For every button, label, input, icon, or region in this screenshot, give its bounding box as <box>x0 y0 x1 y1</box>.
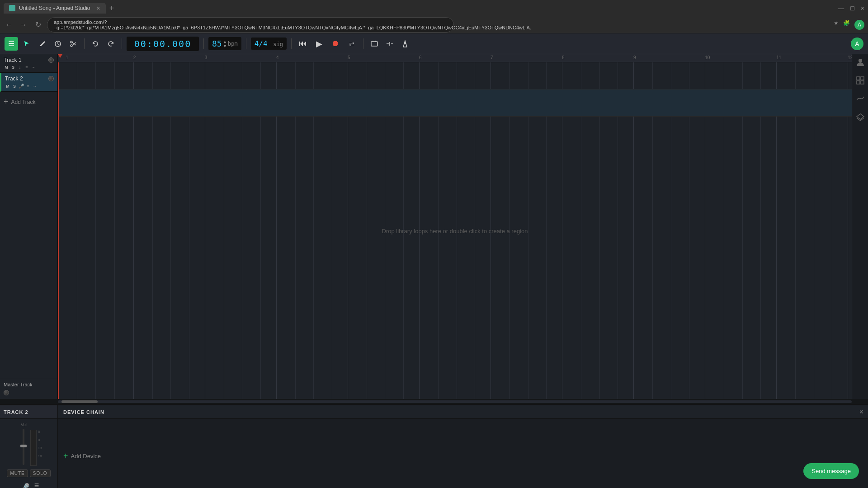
address-bar-row: ← → ↻ app.ampedstudio.com/?_gl=1*zkt20c*… <box>0 16 868 33</box>
clock-tool-btn[interactable] <box>52 38 64 50</box>
track-1-knob-row: Track 1 <box>4 57 54 63</box>
pencil-tool-btn[interactable] <box>36 38 49 50</box>
bottom-content: Vol 8 8 13 18 <box>0 419 868 488</box>
track-1-automation-btn[interactable]: ~ <box>31 65 36 70</box>
minimize-btn[interactable]: — <box>838 5 844 12</box>
volume-fader[interactable]: Vol <box>21 422 27 465</box>
send-message-btn[interactable]: Send message <box>803 463 859 479</box>
master-volume-knob[interactable] <box>4 390 9 395</box>
track-2-mic-btn[interactable]: 🎤 <box>19 84 24 89</box>
track-1-mute-btn[interactable]: M <box>4 65 9 70</box>
bottom-mute-btn[interactable]: MUTE <box>7 469 28 477</box>
record-btn[interactable]: ⏺ <box>329 37 342 51</box>
add-device-btn[interactable]: + Add Device <box>63 451 101 461</box>
sidebar-layers-icon[interactable] <box>856 112 865 123</box>
track-1-volume-knob[interactable] <box>48 57 54 63</box>
sidebar-person-icon[interactable] <box>856 58 865 69</box>
track-1-item[interactable]: Track 1 M S ↓ ≡ ~ <box>0 54 57 73</box>
toolbar-separator-5 <box>291 38 292 49</box>
bottom-mic-btn[interactable]: 🎤 <box>19 483 30 488</box>
sidebar-grid-icon[interactable] <box>856 76 865 87</box>
track-2-eq-btn[interactable]: ≡ <box>25 84 31 89</box>
track-1-row[interactable] <box>58 62 852 89</box>
horizontal-scrollbar-thumb[interactable] <box>61 400 98 403</box>
browser-tab[interactable]: Untitled Song - Amped Studio × <box>4 3 106 14</box>
maximize-btn[interactable]: □ <box>850 5 854 12</box>
bpm-arrows[interactable]: ▲▼ <box>224 39 226 48</box>
forward-btn[interactable]: → <box>18 21 29 29</box>
time-signature-display[interactable]: 4/4 sig <box>251 38 287 50</box>
sidebar-eq-icon[interactable] <box>856 94 865 105</box>
track-2-solo-btn[interactable]: S <box>12 84 17 89</box>
add-device-label: Add Device <box>71 453 101 460</box>
undo-btn[interactable] <box>89 38 102 50</box>
metronome-btn[interactable] <box>399 38 411 50</box>
punch-out-btn[interactable] <box>383 38 396 50</box>
fader-track[interactable] <box>23 429 24 465</box>
close-panel-btn[interactable]: × <box>859 408 863 416</box>
main-toolbar: ☰ 00:00.000 85 ▲▼ bpm 4/4 sig ⏮ ▶ ⏺ ⇄ <box>0 33 868 54</box>
ruler-mark-7: 7 <box>491 55 493 60</box>
bpm-display[interactable]: 85 ▲▼ bpm <box>208 37 241 50</box>
grid-area[interactable]: Drop library loops here or double click … <box>58 62 852 399</box>
select-tool-btn[interactable] <box>21 38 33 50</box>
bottom-solo-btn[interactable]: SOLO <box>30 469 51 477</box>
ruler-mark-2: 2 <box>133 55 136 60</box>
ruler-mark-4: 4 <box>276 55 279 60</box>
ruler-mark-1: 1 <box>66 55 69 60</box>
svg-rect-9 <box>861 81 864 84</box>
redo-btn[interactable] <box>104 38 117 50</box>
device-chain-area[interactable]: + Add Device <box>58 419 868 488</box>
address-bar[interactable]: app.ampedstudio.com/?_gl=1*zkt20c*_ga*MT… <box>47 17 454 33</box>
track-1-solo-btn[interactable]: S <box>10 65 16 70</box>
ruler-mark-10: 10 <box>705 55 710 60</box>
timeline-ruler: 1 2 3 4 5 6 7 8 9 10 11 12 <box>58 54 852 62</box>
skip-back-btn[interactable]: ⏮ <box>296 37 310 51</box>
tab-close-btn[interactable]: × <box>96 5 100 12</box>
meter-labels: 8 8 13 18 <box>38 430 42 458</box>
track-1-input-btn[interactable]: ↓ <box>17 65 23 70</box>
track-2-controls: M S 🎤 ≡ ~ <box>5 84 54 89</box>
bottom-eq-btn[interactable]: ≡ <box>34 481 39 488</box>
new-tab-btn[interactable]: + <box>109 4 114 13</box>
track-2-knob-row: Track 2 <box>5 75 54 82</box>
scissors-tool-btn[interactable] <box>67 38 80 50</box>
track-2-row[interactable] <box>58 89 852 117</box>
add-track-icon: + <box>4 97 9 107</box>
bookmark-icon[interactable]: ★ <box>834 20 839 30</box>
bottom-mic-eq-row: 🎤 ≡ <box>19 480 39 488</box>
horizontal-scrollbar-track[interactable] <box>58 400 852 403</box>
close-btn[interactable]: × <box>861 5 864 12</box>
add-track-btn[interactable]: + Add Track <box>0 92 57 112</box>
svg-rect-8 <box>857 81 860 84</box>
track-2-item[interactable]: Track 2 M S 🎤 ≡ ~ <box>0 73 57 92</box>
signature-value: 4/4 <box>255 39 268 48</box>
track-2-volume-knob[interactable] <box>48 76 54 81</box>
playhead-line <box>58 62 59 399</box>
punch-in-btn[interactable] <box>368 38 381 50</box>
bottom-panel: TRACK 2 DEVICE CHAIN × Vol <box>0 404 868 488</box>
extensions-icon[interactable]: 🧩 <box>843 20 850 30</box>
menu-button[interactable]: ☰ <box>5 37 18 51</box>
fader-thumb[interactable] <box>20 445 27 447</box>
profile-icon[interactable]: A <box>851 38 863 50</box>
ruler-container: 1 2 3 4 5 6 7 8 9 10 11 12 <box>58 54 852 62</box>
back-btn[interactable]: ← <box>4 21 14 29</box>
level-meter: 8 8 13 18 <box>30 430 37 466</box>
device-chain-label: DEVICE CHAIN <box>58 409 859 415</box>
profile-avatar[interactable]: A <box>854 20 864 30</box>
timeline-area[interactable]: 1 2 3 4 5 6 7 8 9 10 11 12 <box>58 54 852 399</box>
ruler-mark-9: 9 <box>633 55 636 60</box>
ruler-mark-6: 6 <box>419 55 422 60</box>
track-2-automation-btn[interactable]: ~ <box>32 84 38 89</box>
ruler-mark-8: 8 <box>562 55 565 60</box>
meter-bars <box>31 430 36 465</box>
toolbar-separator-1 <box>84 38 85 49</box>
loop-btn[interactable]: ⇄ <box>345 37 359 51</box>
reload-btn[interactable]: ↻ <box>33 20 43 29</box>
track-1-controls: M S ↓ ≡ ~ <box>4 65 54 70</box>
play-btn[interactable]: ▶ <box>312 37 326 51</box>
track-1-eq-btn[interactable]: ≡ <box>24 65 29 70</box>
track-2-mute-btn[interactable]: M <box>5 84 10 89</box>
svg-rect-3 <box>371 42 377 46</box>
